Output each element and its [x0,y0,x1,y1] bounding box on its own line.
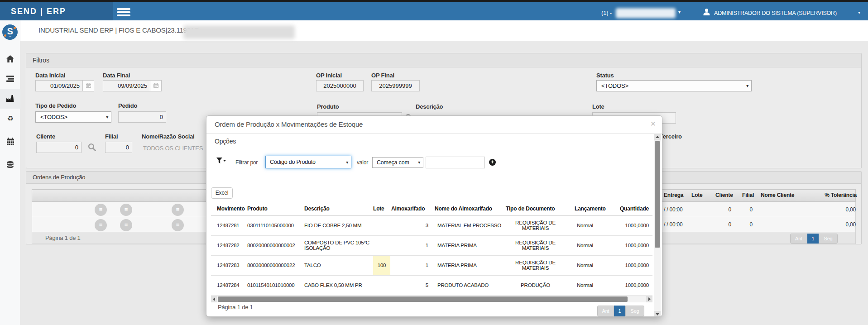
user-menu[interactable]: ADMINISTRADOR DO SISTEMA (SUPERVISOR) [714,10,837,16]
cell-lancamento: Normal [569,215,611,235]
scroll-up-icon[interactable] [654,134,661,140]
calendar-button[interactable] [82,80,94,91]
sidebar-item-modules[interactable] [0,70,20,88]
excel-export-button[interactable]: Excel [211,187,233,199]
status-label: Status [596,72,614,79]
pagination-next[interactable]: Seg [625,306,644,316]
cell-almoxarifado: 1 [390,235,432,255]
modal-title: Ordem de Produção x Movimentações de Est… [215,120,363,128]
menu-toggle-icon[interactable] [117,8,130,15]
document-icon: ≡ [176,206,179,213]
scroll-right-icon[interactable] [646,296,652,302]
chevron-down-icon[interactable]: ▾ [678,10,681,14]
row-action-button[interactable]: ≡ [172,204,184,216]
document-icon: ≡ [125,206,128,213]
user-icon [702,8,711,18]
scroll-left-icon[interactable] [211,296,217,302]
col-movimento[interactable]: Movimento [211,202,246,215]
status-select[interactable]: <TODOS> ▾ [596,80,752,91]
data-final-input[interactable] [103,80,150,91]
col-lancamento[interactable]: Lançamento [569,202,611,215]
vertical-scrollbar[interactable] [654,134,661,317]
op-inicial-input[interactable] [316,80,364,91]
scrollbar-thumb[interactable] [655,141,660,248]
col-nome-cliente: Nome Cliente [761,192,794,198]
cell-cliente: 0 [706,206,731,213]
app-window: SEND | ERP (1) - ▾ ADMINISTRADOR DO SIST… [0,0,868,325]
scrollbar-thumb[interactable] [218,296,628,302]
filter-value-input[interactable] [426,157,485,168]
home-icon [6,55,14,62]
pagination-current[interactable]: 1 [614,306,625,316]
pagination-current[interactable]: 1 [807,234,819,244]
cell-cliente: 0 [706,221,731,228]
col-almoxarifado[interactable]: Almoxarifado [390,202,432,215]
sidebar-item-database[interactable] [0,156,20,174]
filter-field-select[interactable]: Código do Produto ▾ [265,156,351,168]
horizontal-scrollbar[interactable] [211,296,652,302]
col-lote[interactable]: Lote [373,202,390,215]
table-row[interactable]: 12487281 03011110105000000 FIO DE COBRE … [211,215,652,235]
filial-input[interactable] [105,142,132,153]
company-name-blurred[interactable] [616,8,676,18]
calendar-button[interactable] [150,80,162,91]
cell-entrega: / / 00:00 [664,206,683,213]
pagination-prev[interactable]: Ant [597,306,614,316]
op-final-input[interactable] [371,80,420,91]
table-row[interactable]: 12487284 01011540101010000 CABO FLEX 0,5… [211,275,652,295]
cliente-label: Cliente [36,133,55,140]
app-logo[interactable]: S erp [2,24,18,40]
company-prefix: (1) - [601,10,612,16]
pagination-next[interactable]: Seg [819,234,838,244]
table-row[interactable]: 12487283 80030000000000022 TALCO 100 1 M… [211,255,652,275]
tipo-pedido-select[interactable]: <TODOS> ▾ [35,111,111,123]
col-tolerancia: % Tolerância [806,192,857,198]
close-icon[interactable]: × [651,119,656,129]
sidebar-item-recycle[interactable]: ♻ [0,110,20,128]
scroll-down-icon[interactable] [654,311,661,317]
sidebar-item-production[interactable] [0,89,20,109]
row-action-button[interactable]: ≡ [120,204,132,216]
filters-panel-title: Filtros [26,53,861,67]
col-quantidade[interactable]: Quantidade [611,202,652,215]
data-inicial-input[interactable] [35,80,83,91]
col-tipo-documento[interactable]: Tipo de Documento [502,202,569,215]
chevron-down-icon[interactable]: ▾ [858,10,860,15]
col-nome-almoxarifado[interactable]: Nome do Almoxarifado [432,202,502,215]
row-action-button[interactable]: ≡ [95,204,107,216]
chevron-down-icon: ▾ [346,157,348,168]
cell-quantidade: 1000,0000 [611,215,652,235]
sidebar-item-calendar[interactable] [0,132,20,150]
cell-lote-highlighted: 100 [373,255,390,275]
cell-nome-almoxarifado: PRODUTO ACABADO [432,275,502,295]
data-inicial-label: Data Inicial [35,72,65,79]
row-action-button[interactable]: ≡ [95,219,107,231]
filial-label: Filial [105,133,118,140]
filter-funnel-icon[interactable] [216,158,226,166]
terceiro-label: Terceiro [660,133,682,140]
table-row[interactable]: 12487282 80020000000000002 COMPOSTO DE P… [211,235,652,255]
add-filter-icon[interactable]: + [489,159,496,166]
nome-razao-value: TODOS OS CLIENTES [143,145,203,152]
cell-filial: 0 [736,206,753,213]
calendar-icon [86,83,91,88]
topbar: SEND | ERP (1) - ▾ ADMINISTRADOR DO SIST… [0,2,868,20]
cell-movimento: 12487284 [211,275,246,295]
cliente-input[interactable] [36,142,82,153]
search-icon[interactable] [88,143,96,153]
calendar-icon [7,138,14,145]
row-action-button[interactable]: ≡ [120,219,132,231]
pedido-input[interactable] [118,111,166,123]
pagination-prev[interactable]: Ant [790,234,807,244]
filter-operator-select[interactable]: Começa com ▾ [372,157,423,168]
row-action-button[interactable]: ≡ [172,219,184,231]
cell-quantidade: 1000,0000 [611,235,652,255]
cell-nome-almoxarifado: MATERIAL EM PROCESSO [432,215,502,235]
col-descricao[interactable]: Descrição [302,202,373,215]
database-icon [7,161,14,169]
sidebar-item-home[interactable] [0,50,20,68]
col-produto[interactable]: Produto [246,202,302,215]
cell-movimento: 12487281 [211,215,246,235]
cell-lancamento: Normal [569,235,611,255]
chevron-down-icon: ▾ [746,81,748,91]
